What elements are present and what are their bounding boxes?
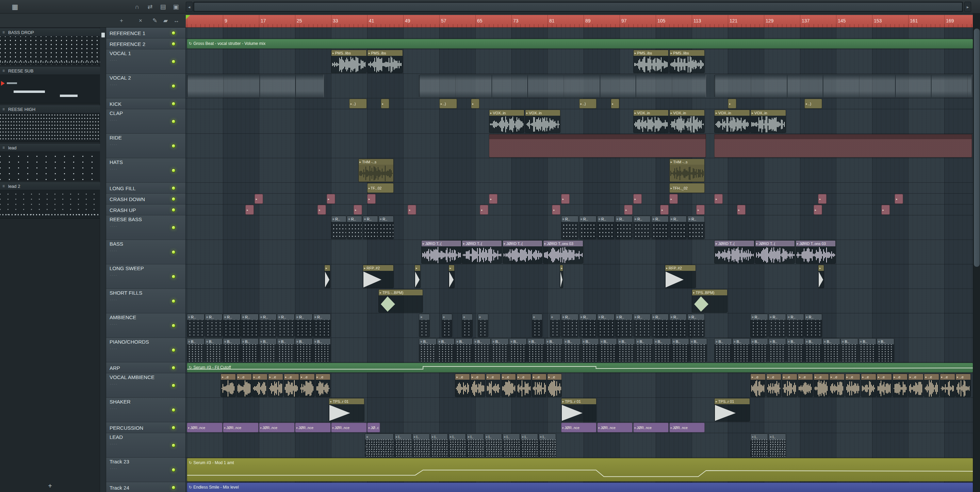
pattern-clip[interactable]: ≡B.. <box>187 338 205 362</box>
track-mute-led[interactable] <box>172 84 176 88</box>
audio-clip[interactable]: ▸JØR..nce <box>561 423 597 433</box>
pattern-clip[interactable]: ≡R.. <box>277 314 295 337</box>
audio-clip[interactable]: ▸VOX..in <box>525 110 561 133</box>
audio-clip[interactable]: ▸ <box>480 205 488 215</box>
track-row-crash-down[interactable]: CRASH DOWN <box>106 194 186 204</box>
picker-item-reese-high[interactable]: ≡REESE HIGH <box>0 105 100 142</box>
pattern-clip[interactable]: ≡B.. <box>599 338 617 362</box>
pattern-clip[interactable]: ≡R.. <box>347 216 362 239</box>
vertical-scrollbar[interactable] <box>973 14 980 492</box>
picker-item-preview[interactable] <box>0 190 100 219</box>
audio-clip[interactable]: ▸JØRD T..( <box>462 240 502 264</box>
pattern-clip[interactable]: ≡R.. <box>187 314 205 337</box>
pattern-clip[interactable]: ≡B.. <box>581 338 599 362</box>
pattern-clip[interactable]: ≡l.. <box>520 433 538 457</box>
track-row-vocal-ambience[interactable]: VOCAL AMBIENCE.... <box>106 373 186 398</box>
horizontal-scrollbar-thumb[interactable] <box>194 3 962 11</box>
pattern-clip[interactable]: ≡B.. <box>840 338 858 362</box>
pattern-clip[interactable]: ≡B.. <box>313 338 331 362</box>
audio-clip[interactable]: ▸PMS..ibs <box>633 50 669 73</box>
track-name[interactable]: LONG SWEEP <box>110 265 144 271</box>
audio-clip[interactable]: ▸..e <box>252 374 267 397</box>
pattern-clip[interactable]: ≡R.. <box>241 314 259 337</box>
pattern-clip[interactable]: ≡R.. <box>651 314 669 337</box>
track-row-reese-bass[interactable]: REESE BASS.... <box>106 215 186 240</box>
track-row-ambience[interactable]: AMBIENCE.... <box>106 314 186 338</box>
audio-clip[interactable]: ▸TPS..BPM) <box>692 289 727 313</box>
pattern-clip[interactable]: ≡R.. <box>259 314 277 337</box>
audio-clip[interactable]: ▸JØRD T..ons 03 <box>543 240 583 264</box>
scroll-right-button[interactable]: ▸ <box>964 2 971 12</box>
track-mute-led[interactable] <box>172 299 176 303</box>
pattern-clip[interactable]: ≡R.. <box>804 314 822 337</box>
track-mute-led[interactable] <box>172 348 176 352</box>
track-mute-led[interactable] <box>172 144 176 148</box>
audio-clip[interactable]: ▸..e <box>470 374 485 397</box>
audio-clip[interactable]: ▸ <box>255 194 263 204</box>
swap-icon[interactable]: ⇄ <box>144 0 156 14</box>
track-row-crash-up[interactable]: CRASH UP <box>106 204 186 215</box>
track-row-track-23[interactable]: Track 23.... <box>106 458 186 482</box>
timeline-ruler[interactable]: 9172533414957657381899710511312112913714… <box>186 15 973 27</box>
audio-clip[interactable]: ▸ <box>696 205 705 215</box>
pattern-clip[interactable]: ≡B.. <box>768 338 786 362</box>
audio-clip[interactable]: ▸JØ..ce <box>367 423 380 433</box>
track-name[interactable]: REFERENCE 1 <box>110 30 145 36</box>
pattern-clip[interactable]: ≡R.. <box>750 314 768 337</box>
slip-tool-icon[interactable]: ↔ <box>173 14 179 27</box>
picker-item-header[interactable]: ≡REESE SUB <box>0 67 100 75</box>
audio-clip[interactable]: ▸JØRD T..ons 03 <box>795 240 836 264</box>
audio-clip[interactable]: ▸PMS..ibs <box>367 50 403 73</box>
audio-clip[interactable]: ▸..e <box>486 374 501 397</box>
picker-item-bass-drop[interactable]: ≡BASS DROP <box>0 29 100 65</box>
automation-clip[interactable]: ↻Endless Smile - Mix level <box>187 482 973 492</box>
pattern-clip[interactable]: ≡R.. <box>561 314 579 337</box>
pattern-clip[interactable]: ≡R.. <box>651 216 669 239</box>
track-row-hats[interactable]: HATS.... <box>106 158 186 183</box>
pattern-clip[interactable]: ≡R.. <box>615 216 633 239</box>
audio-clip[interactable]: ▸..e <box>268 374 283 397</box>
pattern-clip[interactable]: ≡l.. <box>768 433 786 457</box>
audio-clip[interactable]: ▸..e <box>299 374 315 397</box>
audio-clip[interactable]: ▸..e <box>532 374 547 397</box>
audio-clip[interactable] <box>187 74 324 98</box>
audio-clip[interactable]: ▸..) <box>804 99 822 108</box>
track-row-piano-chords[interactable]: PIANO/CHORDS.... <box>106 338 186 362</box>
pattern-clip[interactable]: ≡R.. <box>205 314 223 337</box>
pattern-clip[interactable]: ≡B.. <box>786 338 804 362</box>
audio-clip[interactable]: ▸ <box>414 265 421 288</box>
pattern-clip[interactable]: ≡ <box>365 433 394 457</box>
automation-clip[interactable]: ↻Serum #3 - Mod 1 amt <box>187 458 973 481</box>
pattern-clip[interactable]: ≡l.. <box>539 433 556 457</box>
audio-clip[interactable]: ▸ <box>367 194 375 204</box>
pattern-clip[interactable]: ≡R.. <box>579 216 597 239</box>
track-name[interactable]: Track 24 <box>110 484 129 490</box>
audio-clip[interactable]: ▸PMS..libs <box>669 50 705 73</box>
pattern-clip[interactable]: ≡R.. <box>223 314 240 337</box>
audio-clip[interactable]: ▸VOX..in <box>750 110 786 133</box>
track-name[interactable]: CRASH DOWN <box>110 196 145 202</box>
pattern-clip[interactable]: ≡B.. <box>419 338 437 362</box>
track-name[interactable]: PERCUSSION <box>110 425 143 430</box>
audio-clip[interactable]: ▸..e <box>547 374 562 397</box>
audio-clip[interactable]: ▸JØRD T..( <box>421 240 461 264</box>
audio-clip[interactable]: ▸..e <box>766 374 782 397</box>
playlist-start-marker[interactable] <box>186 15 190 19</box>
track-name[interactable]: HATS <box>110 159 123 165</box>
audio-clip[interactable]: ▸..e <box>517 374 531 397</box>
audio-clip[interactable]: ▸..e <box>877 374 892 397</box>
track-mute-led[interactable] <box>172 186 176 190</box>
pattern-clip[interactable]: ≡R.. <box>669 216 687 239</box>
track-name[interactable]: REFERENCE 2 <box>110 41 145 47</box>
pattern-clip[interactable]: ≡l.. <box>485 433 502 457</box>
pattern-clip[interactable]: ≡R.. <box>295 314 313 337</box>
track-mute-led[interactable] <box>172 366 176 370</box>
pattern-clip[interactable]: ≡B.. <box>509 338 527 362</box>
pattern-clip[interactable]: ≡B.. <box>635 338 653 362</box>
automation-clip[interactable]: ↻Serum #3 - Fil Cutoff <box>187 363 973 373</box>
pattern-clip[interactable]: ≡ <box>478 314 488 337</box>
magnet-icon[interactable]: ∩ <box>131 0 143 14</box>
audio-clip[interactable]: ▸ <box>818 265 824 288</box>
audio-clip[interactable]: ▸..e <box>284 374 299 397</box>
picker-item-preview[interactable] <box>0 152 100 180</box>
